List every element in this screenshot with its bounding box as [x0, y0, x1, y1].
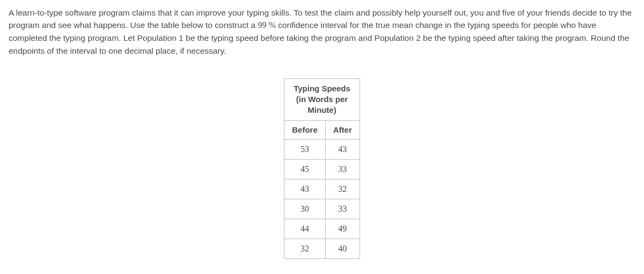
- cell-before: 30: [284, 199, 326, 219]
- cell-before: 43: [284, 179, 326, 199]
- cell-after: 32: [325, 179, 360, 199]
- cell-before: 45: [284, 160, 326, 179]
- caption-line-1: Typing Speeds: [294, 84, 350, 93]
- table-row: 44 49: [284, 219, 360, 239]
- question-text: A learn-to-type software program claims …: [9, 6, 635, 57]
- cell-after: 49: [325, 219, 360, 239]
- table-row: 32 40: [284, 239, 360, 259]
- typing-speeds-table: Typing Speeds (in Words per Minute) Befo…: [284, 78, 360, 259]
- cell-after: 33: [325, 199, 360, 219]
- cell-after: 43: [325, 140, 360, 160]
- table-row: 45 33: [284, 160, 360, 179]
- table-row: 30 33: [284, 199, 360, 219]
- cell-after: 40: [325, 239, 360, 259]
- table-caption: Typing Speeds (in Words per Minute): [284, 78, 360, 120]
- caption-line-3: Minute): [308, 105, 336, 114]
- cell-before: 53: [284, 140, 326, 160]
- cell-before: 44: [284, 219, 326, 239]
- confidence-level: 99 %: [258, 20, 275, 30]
- cell-after: 33: [325, 160, 360, 179]
- cell-before: 32: [284, 239, 326, 259]
- table-row: 53 43: [284, 140, 360, 160]
- caption-line-2: (in Words per: [296, 95, 348, 104]
- table-row: 43 32: [284, 179, 360, 199]
- col-header-after: After: [325, 120, 360, 140]
- table-container: Typing Speeds (in Words per Minute) Befo…: [9, 78, 635, 259]
- col-header-before: Before: [284, 120, 326, 140]
